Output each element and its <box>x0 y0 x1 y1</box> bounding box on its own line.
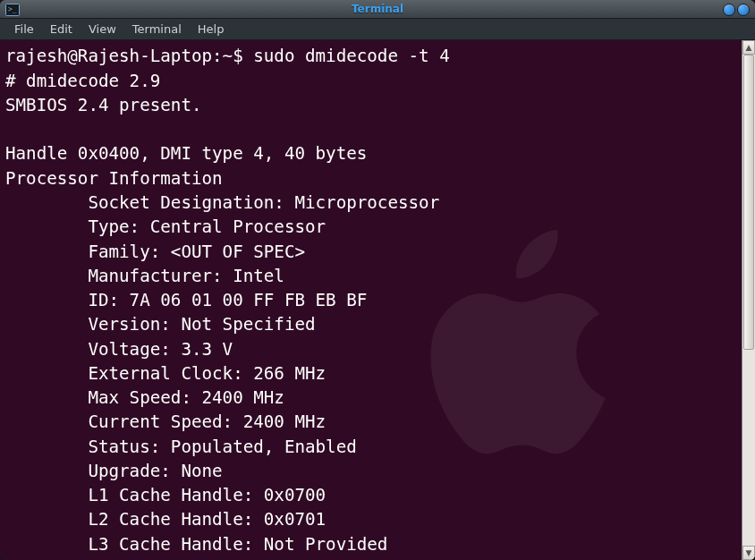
scroll-thumb[interactable] <box>743 55 754 349</box>
terminal-window: >_ Terminal File Edit View Terminal Help… <box>0 0 755 560</box>
output-line: Socket Designation: Microprocessor <box>5 192 439 213</box>
output-line: SMBIOS 2.4 present. <box>5 95 202 115</box>
output-line: Voltage: 3.3 V <box>5 339 233 360</box>
output-line: Max Speed: 2400 MHz <box>5 387 284 408</box>
output-line: ID: 7A 06 01 00 FF FB EB BF <box>5 290 367 310</box>
vertical-scrollbar[interactable]: ▲ ▼ <box>742 40 755 560</box>
output-line: Status: Populated, Enabled <box>5 437 357 457</box>
maximize-button[interactable] <box>737 4 750 16</box>
output-line: Type: Central Processor <box>5 216 326 237</box>
output-line: L1 Cache Handle: 0x0700 <box>5 485 326 505</box>
output-line: Handle 0x0400, DMI type 4, 40 bytes <box>5 143 367 164</box>
menu-help[interactable]: Help <box>191 20 232 38</box>
terminal-area: rajesh@Rajesh-Laptop:~$ sudo dmidecode -… <box>0 40 755 560</box>
output-line: Current Speed: 2400 MHz <box>5 412 326 432</box>
output-line: External Clock: 266 MHz <box>5 363 326 384</box>
scroll-track[interactable] <box>742 55 755 546</box>
window-controls <box>723 4 750 16</box>
app-icon: >_ <box>5 3 20 17</box>
output-line: L3 Cache Handle: Not Provided <box>5 534 387 555</box>
command-text: sudo dmidecode -t 4 <box>253 46 450 66</box>
menu-view[interactable]: View <box>81 20 123 38</box>
window-title: Terminal <box>0 3 755 15</box>
output-line: L2 Cache Handle: 0x0701 <box>5 509 326 530</box>
output-line: # dmidecode 2.9 <box>5 71 160 91</box>
output-line: Manufacturer: Intel <box>5 266 284 286</box>
output-line: Upgrade: None <box>5 461 223 481</box>
scroll-down-button[interactable]: ▼ <box>742 546 755 560</box>
menu-edit[interactable]: Edit <box>43 20 80 38</box>
terminal-output[interactable]: rajesh@Rajesh-Laptop:~$ sudo dmidecode -… <box>0 40 742 560</box>
output-line: Processor Information <box>5 168 223 189</box>
scroll-up-button[interactable]: ▲ <box>742 40 755 55</box>
output-line: Family: <OUT OF SPEC> <box>5 242 305 262</box>
svg-text:>_: >_ <box>8 5 17 13</box>
background-logo <box>384 201 634 505</box>
shell-prompt: rajesh@Rajesh-Laptop:~$ <box>5 46 253 66</box>
titlebar[interactable]: >_ Terminal <box>0 0 755 19</box>
menubar: File Edit View Terminal Help <box>0 19 755 41</box>
menu-file[interactable]: File <box>7 20 41 38</box>
minimize-button[interactable] <box>723 4 735 16</box>
menu-terminal[interactable]: Terminal <box>125 20 189 38</box>
output-line: Version: Not Specified <box>5 314 316 335</box>
